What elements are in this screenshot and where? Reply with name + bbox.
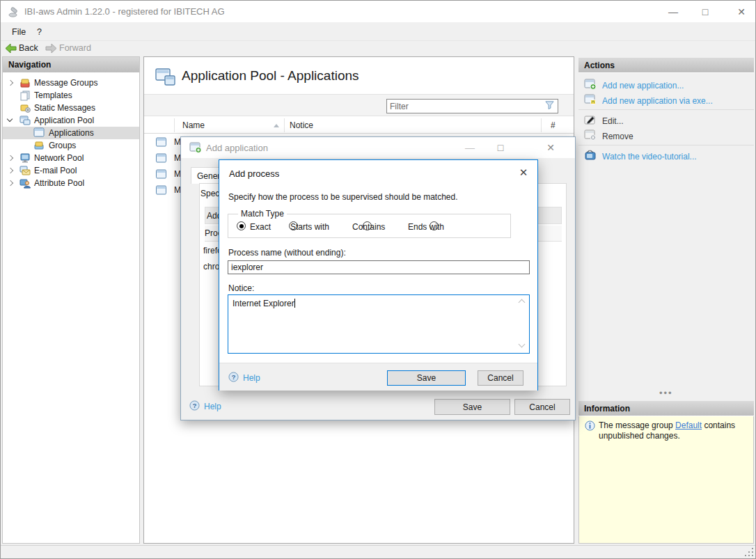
tree-label[interactable]: E-mail Pool — [34, 166, 77, 175]
sort-ascending-icon — [274, 124, 279, 127]
navigation-panel: Navigation Message Groups Templates — [2, 56, 140, 544]
tree-label[interactable]: Static Messages — [34, 103, 95, 113]
minimize-button[interactable]: — — [663, 3, 684, 20]
expand-icon[interactable] — [8, 180, 13, 186]
add-process-title: Add process — [229, 168, 279, 179]
scroll-down-icon[interactable] — [519, 341, 526, 348]
help-label[interactable]: Help — [204, 402, 221, 411]
column-separator — [174, 118, 175, 132]
nav-item-templates[interactable]: Templates — [3, 89, 139, 102]
expand-icon[interactable] — [8, 80, 13, 86]
maximize-button[interactable]: □ — [695, 3, 716, 20]
filter-input[interactable]: Filter — [386, 99, 558, 113]
add-process-cancel-button[interactable]: Cancel — [478, 370, 523, 386]
action-add-new-application[interactable]: Add new application... — [584, 79, 684, 92]
page-title: Application Pool - Applications — [182, 68, 359, 84]
tree-label[interactable]: Templates — [34, 90, 72, 100]
action-label[interactable]: Watch the video-tutorial... — [602, 152, 697, 162]
help-icon: ? — [189, 400, 200, 413]
resize-grip[interactable] — [744, 547, 753, 556]
text-caret — [294, 299, 295, 308]
dialog-minimize-button: — — [459, 139, 480, 156]
add-application-cancel-button[interactable]: Cancel — [514, 399, 570, 415]
collapse-icon[interactable] — [7, 116, 13, 122]
dialog-close-button[interactable]: ✕ — [540, 139, 561, 156]
help-label[interactable]: Help — [243, 373, 260, 383]
nav-item-applications[interactable]: Applications — [3, 127, 139, 139]
column-separator — [284, 118, 285, 132]
action-watch-video-tutorial[interactable]: Watch the video-tutorial... — [584, 150, 697, 163]
tree-label[interactable]: Applications — [49, 128, 94, 138]
nav-item-groups[interactable]: Groups — [3, 139, 139, 152]
radio-starts-with-label[interactable]: Starts with — [290, 222, 329, 232]
dialog-maximize-button[interactable]: □ — [490, 139, 511, 156]
tree-label[interactable]: Groups — [49, 141, 76, 150]
scroll-up-icon[interactable] — [519, 299, 526, 306]
radio-exact-label[interactable]: Exact — [250, 222, 271, 232]
nav-item-application-pool[interactable]: Application Pool — [3, 114, 139, 127]
filter-placeholder: Filter — [390, 102, 544, 111]
menu-help[interactable]: ? — [34, 26, 45, 38]
column-notice[interactable]: Notice — [290, 120, 313, 130]
back-icon[interactable] — [5, 43, 17, 56]
add-application-exe-icon — [584, 94, 597, 107]
notice-value: Internet Explorer — [233, 299, 294, 308]
radio-ends-with-label[interactable]: Ends with — [408, 222, 444, 232]
nav-item-attribute-pool[interactable]: Attribute Pool — [3, 177, 139, 189]
tree-label[interactable]: Message Groups — [34, 78, 97, 88]
info-text-before: The message group — [599, 420, 675, 430]
filter-toolbar: Filter — [144, 94, 574, 116]
nav-item-message-groups[interactable]: Message Groups — [3, 77, 139, 89]
action-remove: Remove — [584, 129, 633, 143]
radio-contains-label[interactable]: Contains — [352, 222, 385, 232]
process-name-input[interactable] — [228, 260, 530, 274]
menu-bar: File ? — [1, 22, 755, 40]
nav-item-static-messages[interactable]: Static Messages — [3, 102, 139, 114]
column-count[interactable]: # — [551, 120, 556, 130]
match-type-groupbox: Match Type Exact Starts with Contains En… — [228, 214, 511, 238]
column-name[interactable]: Name — [182, 120, 205, 130]
table-header: Name Notice # — [144, 117, 574, 134]
add-process-dialog: Add process ✕ Specify how the process to… — [219, 159, 538, 391]
application-row-icon — [155, 153, 167, 166]
add-application-help[interactable]: ? Help — [189, 400, 221, 413]
svg-text:?: ? — [193, 402, 197, 409]
nav-toolbar: Back Forward — [1, 40, 755, 56]
radio-exact[interactable] — [237, 221, 246, 230]
information-panel: The message group Default contains unpub… — [578, 416, 754, 544]
tree-label[interactable]: Network Pool — [34, 153, 84, 163]
filter-icon[interactable] — [544, 100, 555, 112]
expand-icon[interactable] — [8, 168, 13, 173]
add-process-help[interactable]: ? Help — [228, 372, 260, 384]
add-process-save-button[interactable]: Save — [387, 370, 466, 386]
applications-icon — [33, 127, 45, 140]
add-application-titlebar: Add application — □ ✕ — [181, 137, 575, 158]
tree-label[interactable]: Application Pool — [34, 116, 94, 125]
tree-label[interactable]: Attribute Pool — [34, 178, 84, 188]
application-row-icon — [155, 137, 167, 150]
menu-file[interactable]: File — [9, 26, 29, 38]
action-label[interactable]: Add new application via exe... — [602, 96, 713, 106]
add-application-save-button[interactable]: Save — [434, 399, 510, 415]
nav-item-email-pool[interactable]: E-mail Pool — [3, 164, 139, 177]
panel-splitter-handle[interactable]: ••• — [659, 388, 673, 398]
help-icon: ? — [228, 372, 239, 384]
attribute-pool-icon — [19, 178, 31, 191]
information-header: Information — [578, 401, 754, 416]
add-process-close-button[interactable]: ✕ — [517, 166, 530, 179]
add-process-footer: ? Help Save Cancel — [219, 363, 537, 391]
information-message: The message group Default contains unpub… — [599, 420, 746, 441]
notice-textarea[interactable]: Internet Explorer — [228, 294, 530, 354]
app-window: IBI-aws Admin 1.22.0 - registered for IB… — [0, 0, 756, 559]
column-separator — [541, 118, 542, 132]
actions-separator — [578, 145, 754, 145]
actions-header: Actions — [578, 58, 754, 73]
svg-text:?: ? — [232, 374, 236, 381]
action-label[interactable]: Add new application... — [602, 81, 684, 90]
default-group-link[interactable]: Default — [675, 420, 702, 430]
close-button[interactable]: ✕ — [731, 3, 752, 20]
back-button[interactable]: Back — [19, 43, 38, 53]
nav-item-network-pool[interactable]: Network Pool — [3, 152, 139, 164]
expand-icon[interactable] — [8, 155, 13, 161]
action-add-new-application-via-exe[interactable]: Add new application via exe... — [584, 94, 713, 107]
